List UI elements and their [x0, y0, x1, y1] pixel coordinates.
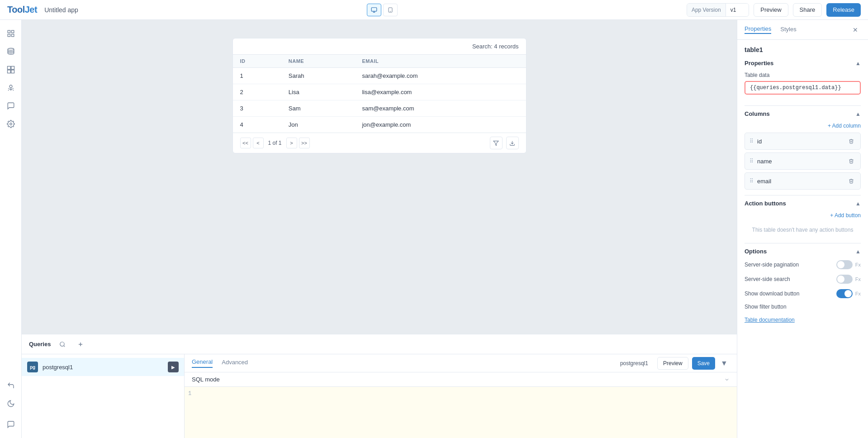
server-search-fx: Fx [855, 276, 861, 282]
query-panel-body: pg postgresql1 ▶ General Advanced postgr… [22, 354, 737, 438]
undo-icon-button[interactable] [3, 377, 19, 394]
show-download-toggle[interactable] [836, 289, 853, 298]
database-icon-button[interactable] [3, 43, 19, 60]
canvas-area: Search: 4 records ID NAME EMAIL 1Sarahsa… [22, 20, 737, 438]
properties-section-header[interactable]: Properties ▲ [745, 60, 861, 67]
last-page-button[interactable]: >> [299, 138, 310, 148]
server-search-toggle-wrap: Fx [836, 275, 861, 284]
tab-styles[interactable]: Styles [780, 25, 796, 34]
columns-section-header[interactable]: Columns ▲ [745, 110, 861, 117]
query-editor-area[interactable]: 1 [185, 387, 737, 438]
svg-marker-16 [493, 141, 498, 145]
cell-name: Sarah [281, 68, 355, 84]
table-search-bar: Search: 4 records [233, 38, 526, 55]
svg-rect-5 [8, 30, 10, 33]
topbar: ToolJet Untitled app App Version v1 Prev… [0, 0, 868, 20]
query-add-button[interactable] [74, 338, 87, 351]
prev-page-button[interactable]: < [253, 138, 264, 148]
release-button[interactable]: Release [826, 3, 861, 17]
cell-id: 4 [233, 117, 281, 133]
svg-rect-6 [11, 30, 14, 33]
theme-icon-button[interactable] [3, 395, 19, 412]
query-item-name: postgresql1 [43, 364, 163, 371]
next-page-button[interactable]: > [286, 138, 297, 148]
right-panel-tabs: Properties Styles [745, 25, 850, 34]
queries-title: Queries [29, 341, 51, 348]
filter-button[interactable] [490, 137, 503, 149]
main-layout: Search: 4 records ID NAME EMAIL 1Sarahsa… [0, 20, 868, 438]
svg-rect-8 [11, 34, 14, 37]
query-run-button[interactable]: ▶ [168, 362, 179, 372]
show-filter-row: Show filter button [745, 304, 861, 310]
download-button[interactable] [506, 137, 519, 149]
action-buttons-section-header[interactable]: Action buttons ▲ [745, 200, 861, 207]
cell-email: sarah@example.com [355, 68, 526, 84]
tab-general[interactable]: General [192, 358, 213, 368]
pg-icon: pg [27, 362, 38, 372]
cell-email: sam@example.com [355, 100, 526, 117]
cell-id: 3 [233, 100, 281, 117]
share-button[interactable]: Share [793, 3, 822, 17]
widget-name: table1 [745, 46, 861, 53]
comment-icon-button[interactable] [3, 416, 19, 433]
action-buttons-section-chevron: ▲ [855, 200, 861, 207]
column-delete-button[interactable] [847, 157, 856, 166]
desktop-view-button[interactable] [367, 4, 381, 16]
options-section: Options ▲ Server-side pagination Fx Serv… [745, 248, 861, 324]
svg-point-14 [9, 85, 12, 88]
debug-icon-button[interactable] [3, 80, 19, 96]
settings-icon-button[interactable] [3, 116, 19, 132]
data-table: ID NAME EMAIL 1Sarahsarah@example.com2Li… [233, 55, 526, 133]
chat-icon-button[interactable] [3, 98, 19, 114]
options-section-chevron: ▲ [855, 248, 861, 255]
tab-advanced[interactable]: Advanced [222, 359, 248, 367]
components-icon-button[interactable] [3, 62, 19, 78]
table-doc-link[interactable]: Table documentation [745, 317, 795, 323]
cell-email: lisa@example.com [355, 84, 526, 100]
drag-handle-icon[interactable]: ⠿ [749, 178, 754, 184]
table-data-input[interactable] [745, 81, 861, 95]
pagination-controls: << < 1 of 1 > >> [240, 138, 310, 148]
drag-handle-icon[interactable]: ⠿ [749, 158, 754, 164]
add-button-link[interactable]: + Add button [745, 212, 861, 219]
server-pagination-fx: Fx [855, 262, 861, 267]
query-preview-button[interactable]: Preview [657, 357, 688, 370]
server-search-row: Server-side search Fx [745, 275, 861, 284]
tablet-view-button[interactable] [383, 4, 398, 16]
column-delete-button[interactable] [847, 137, 856, 146]
svg-rect-13 [11, 70, 14, 73]
query-mode-bar: SQL mode [185, 372, 737, 387]
query-source-label: postgresql1 [620, 360, 648, 367]
query-save-button[interactable]: Save [692, 357, 715, 370]
app-version-value[interactable]: v1 [726, 4, 749, 16]
table-widget[interactable]: Search: 4 records ID NAME EMAIL 1Sarahsa… [232, 38, 526, 153]
cell-email: jon@example.com [355, 117, 526, 133]
options-section-header[interactable]: Options ▲ [745, 248, 861, 255]
table-row: 1Sarahsarah@example.com [233, 68, 526, 84]
query-search-button[interactable] [56, 338, 69, 351]
app-version-selector: App Version v1 [687, 3, 749, 17]
query-item[interactable]: pg postgresql1 ▶ [22, 358, 184, 376]
app-version-label: App Version [687, 4, 726, 16]
col-email-header: EMAIL [355, 55, 526, 68]
preview-button[interactable]: Preview [754, 3, 788, 17]
query-editor-buttons: Preview Save ▼ [657, 357, 730, 370]
columns-section-title: Columns [745, 110, 770, 117]
cell-id: 1 [233, 68, 281, 84]
add-column-link[interactable]: + Add column [745, 123, 861, 129]
drag-handle-icon[interactable]: ⠿ [749, 138, 754, 144]
tab-properties[interactable]: Properties [745, 25, 771, 34]
server-pagination-toggle[interactable] [836, 260, 853, 269]
column-delete-button[interactable] [847, 176, 856, 186]
server-search-label: Server-side search [745, 276, 790, 282]
properties-section-title: Properties [745, 60, 773, 67]
column-item: ⠿ name [745, 152, 861, 170]
server-search-toggle[interactable] [836, 275, 853, 284]
right-panel-close-button[interactable]: ✕ [850, 24, 861, 35]
show-filter-label: Show filter button [745, 304, 787, 310]
pages-icon-button[interactable] [3, 25, 19, 42]
svg-rect-0 [372, 7, 377, 11]
cell-id: 2 [233, 84, 281, 100]
first-page-button[interactable]: << [240, 138, 251, 148]
query-collapse-button[interactable]: ▼ [719, 358, 730, 369]
